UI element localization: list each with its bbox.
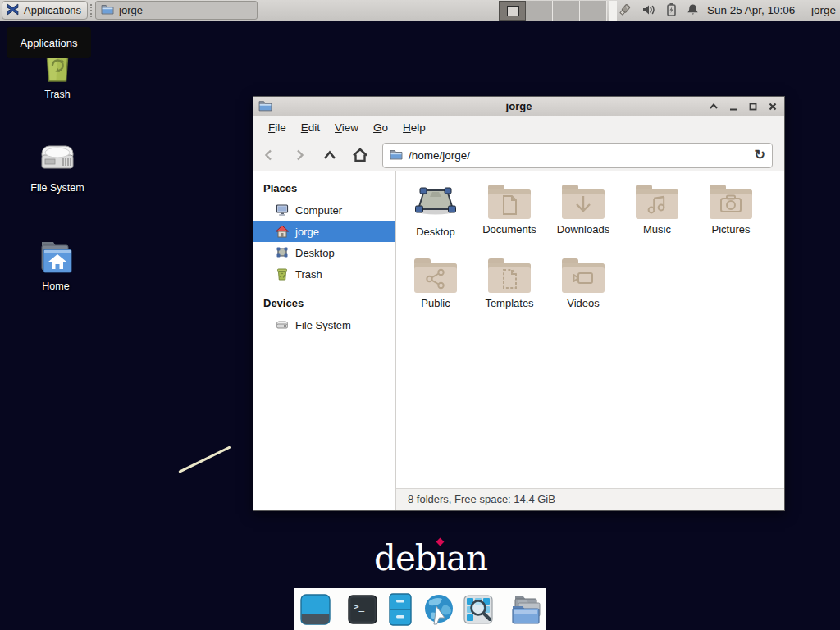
workspace-3[interactable]: [553, 1, 580, 21]
path-bar[interactable]: /home/jorge/ ↻: [382, 143, 773, 168]
xfce-applications-icon: [6, 2, 20, 19]
notifications-bell-icon[interactable]: [687, 3, 699, 19]
folder-icon: [636, 185, 678, 219]
close-button[interactable]: [767, 102, 778, 112]
panel-spacer: [609, 1, 617, 21]
menu-help[interactable]: Help: [395, 118, 433, 137]
reload-button[interactable]: ↻: [755, 148, 765, 162]
folder-icon: [710, 185, 752, 219]
top-panel: Applications jorge Sun 25 Apr, 10:06 jor…: [0, 0, 840, 21]
desktop-special-icon: [414, 185, 457, 219]
home-button[interactable]: [345, 144, 375, 167]
up-button[interactable]: [314, 144, 345, 167]
desktop-icon: [276, 246, 289, 259]
tooltip-text: Applications: [20, 37, 77, 49]
desktop-icon-file-system[interactable]: File System: [16, 141, 98, 194]
sidebar-item-computer[interactable]: Computer: [253, 199, 395, 221]
trash-icon: [276, 267, 289, 281]
folder-music[interactable]: Music: [620, 180, 694, 253]
logo-text: an: [446, 538, 487, 578]
forward-button[interactable]: [284, 144, 314, 167]
menu-view[interactable]: View: [327, 118, 366, 137]
sidebar-item-jorge[interactable]: jorge: [253, 221, 395, 242]
file-manager-cabinet-icon[interactable]: [386, 593, 415, 626]
folder-icon: [101, 3, 114, 17]
menubar: File Edit View Go Help: [253, 116, 784, 139]
maximize-button[interactable]: [747, 102, 758, 112]
applications-tooltip: Applications: [7, 27, 91, 58]
folder-templates[interactable]: Templates: [472, 253, 546, 327]
file-list: Desktop Documents Downloads: [396, 171, 784, 488]
menu-file[interactable]: File: [261, 118, 294, 137]
workspace-switcher: [499, 1, 607, 21]
folder-desktop[interactable]: Desktop: [399, 180, 472, 253]
folder-icon: [488, 258, 531, 293]
shade-button[interactable]: [708, 102, 719, 112]
sidebar-item-trash[interactable]: Trash: [253, 263, 395, 285]
toolbar: /home/jorge/ ↻: [253, 139, 784, 171]
status-bar: 8 folders, Free space: 14.4 GiB: [396, 488, 784, 510]
devices-header: Devices: [253, 291, 395, 314]
folder-icon: [414, 258, 457, 293]
desktop-icon-home[interactable]: Home: [15, 240, 97, 292]
removable-media-icon[interactable]: [617, 2, 632, 20]
debian-wallpaper-logo: debıan: [374, 541, 487, 576]
minimize-button[interactable]: [728, 102, 738, 112]
battery-icon[interactable]: [666, 2, 677, 19]
folder-icon: [562, 185, 605, 219]
path-folder-icon: [390, 148, 403, 162]
share-symbol-icon: [414, 268, 457, 290]
folder-icon: [488, 185, 531, 219]
folder-pictures[interactable]: Pictures: [694, 180, 768, 253]
places-sidebar: Places Computer jorge Desktop Trash Devi…: [253, 171, 396, 510]
desktop-icon-label: Home: [15, 281, 97, 292]
menu-go[interactable]: Go: [366, 118, 395, 137]
desktop-icon-label: File System: [16, 182, 98, 194]
terminal-icon[interactable]: >_: [347, 594, 378, 625]
show-desktop-icon[interactable]: [299, 593, 332, 626]
app-finder-icon[interactable]: [463, 594, 494, 625]
back-button[interactable]: [253, 144, 284, 167]
stray-line-artifact: [178, 445, 231, 472]
file-manager-window: jorge File Edit View Go Help /home/jorge…: [253, 96, 785, 511]
applications-menu-label: Applications: [24, 4, 81, 16]
volume-icon[interactable]: [642, 3, 656, 19]
menu-edit[interactable]: Edit: [294, 118, 327, 137]
workspace-2[interactable]: [526, 1, 553, 21]
web-browser-globe-icon[interactable]: [422, 593, 455, 626]
drive-icon: [276, 318, 289, 331]
home-icon: [276, 225, 289, 238]
taskbar-window-label: jorge: [119, 4, 143, 16]
workspace-4[interactable]: [580, 1, 607, 21]
download-arrow-icon: [562, 194, 605, 216]
folder-documents[interactable]: Documents: [472, 180, 546, 253]
folder-downloads[interactable]: Downloads: [546, 180, 620, 253]
panel-separator-handle: [90, 4, 93, 17]
window-title: jorge: [253, 100, 784, 112]
directory-menu-folder-icon[interactable]: [509, 593, 543, 626]
workspace-window-preview: [507, 6, 519, 16]
places-header: Places: [253, 176, 395, 199]
bottom-dock: >_: [294, 588, 546, 630]
sidebar-item-desktop[interactable]: Desktop: [253, 242, 395, 263]
template-page-icon: [488, 268, 531, 290]
music-notes-icon: [636, 194, 678, 216]
video-camera-icon: [562, 268, 605, 288]
camera-icon: [710, 194, 752, 214]
workspace-1[interactable]: [499, 1, 526, 21]
logo-text: deb: [374, 538, 436, 578]
taskbar-window-button[interactable]: jorge: [95, 1, 258, 20]
path-input[interactable]: /home/jorge/: [409, 149, 749, 162]
logo-dotless-i: ı: [436, 538, 446, 578]
folder-icon: [562, 258, 605, 293]
document-symbol-icon: [488, 194, 531, 216]
window-titlebar[interactable]: jorge: [253, 97, 784, 116]
panel-clock[interactable]: Sun 25 Apr, 10:06: [707, 0, 795, 21]
system-tray: [617, 0, 699, 21]
home-folder-icon: [35, 240, 76, 276]
applications-menu-button[interactable]: Applications: [2, 1, 88, 20]
folder-videos[interactable]: Videos: [546, 253, 620, 327]
sidebar-item-file-system[interactable]: File System: [253, 314, 395, 336]
folder-public[interactable]: Public: [399, 253, 472, 327]
panel-username[interactable]: jorge: [811, 0, 836, 21]
